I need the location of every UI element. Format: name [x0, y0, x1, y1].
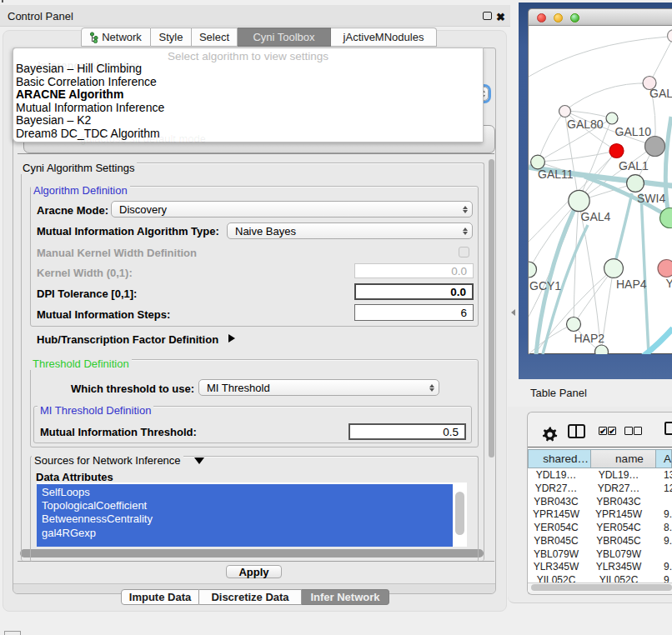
- svg-text:GAL4: GAL4: [581, 210, 611, 223]
- svg-text:GAL11: GAL11: [538, 168, 574, 181]
- svg-text:GCY1: GCY1: [529, 279, 561, 292]
- svg-text:GAL80: GAL80: [567, 118, 604, 131]
- svg-text:GAL: GAL: [649, 87, 672, 100]
- svg-text:HAP2: HAP2: [574, 332, 605, 345]
- svg-text:Y: Y: [666, 277, 672, 290]
- svg-text:HAP4: HAP4: [616, 278, 647, 291]
- svg-text:GAL10: GAL10: [615, 125, 652, 138]
- svg-text:SWI4: SWI4: [637, 192, 665, 205]
- svg-text:GAL1: GAL1: [619, 159, 649, 172]
